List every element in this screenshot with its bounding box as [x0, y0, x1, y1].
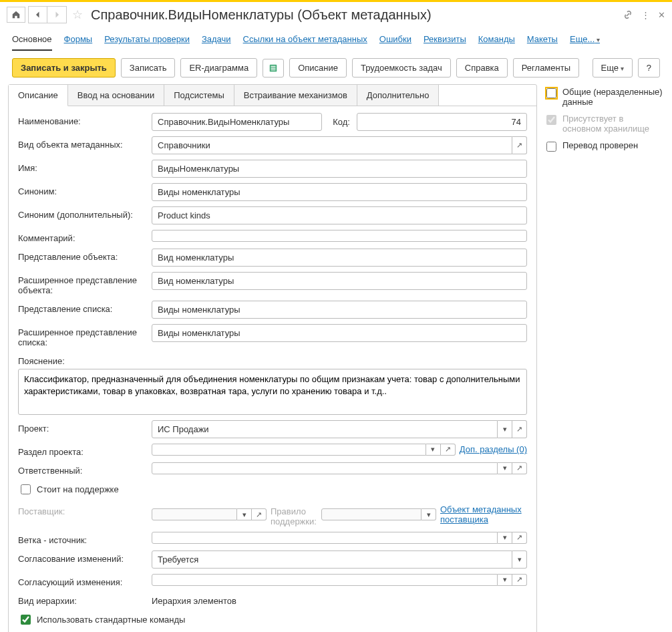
arrow-right-icon — [53, 11, 61, 19]
label-synonym-add: Синоним (дополнительный): — [18, 206, 145, 220]
er-diagram-button[interactable]: ER-диаграмма — [180, 58, 257, 77]
label-in-main-storage: Присутствует в основном хранилище — [562, 114, 664, 134]
tab-more[interactable]: Еще... — [570, 34, 600, 51]
tab-commands[interactable]: Команды — [478, 34, 515, 51]
favorite-icon[interactable]: ☆ — [69, 7, 86, 22]
input-project[interactable]: ИС Продажи — [152, 420, 498, 438]
inner-tab-mechanisms[interactable]: Встраивание механизмов — [234, 85, 357, 106]
label-change-approver: Согласующий изменения: — [18, 574, 145, 587]
open-icon[interactable]: ↗ — [441, 444, 456, 456]
input-support-rule — [321, 508, 422, 520]
description-button[interactable]: Описание — [289, 58, 347, 77]
tab-tasks[interactable]: Задачи — [202, 34, 231, 51]
tab-layouts[interactable]: Макеты — [527, 34, 558, 51]
chevron-down-icon[interactable]: ▾ — [498, 532, 512, 544]
chevron-down-icon[interactable]: ▾ — [512, 550, 527, 569]
chevron-down-icon[interactable]: ▾ — [426, 444, 441, 456]
tab-check-results[interactable]: Результаты проверки — [104, 34, 190, 51]
label-obj-repr-ext: Расширенное представление объекта: — [18, 272, 145, 295]
label-project-section: Раздел проекта: — [18, 444, 145, 457]
regulations-button[interactable]: Регламенты — [513, 58, 579, 77]
input-name-full[interactable]: Справочник.ВидыНоменклатуры — [152, 113, 322, 131]
chevron-down-icon[interactable]: ▾ — [498, 574, 512, 586]
input-explanation[interactable] — [18, 369, 527, 415]
open-icon[interactable]: ↗ — [512, 420, 527, 438]
inner-tabs: Описание Ввод на основании Подсистемы Вс… — [9, 85, 536, 106]
toolbar: Записать и закрыть Записать ER-диаграмма… — [0, 51, 672, 84]
label-use-std-commands: Использовать стандартные команды — [37, 615, 185, 625]
chevron-down-icon: ▾ — [237, 508, 252, 520]
checkbox-translation-checked[interactable] — [546, 142, 556, 152]
inner-tab-additional[interactable]: Дополнительно — [357, 85, 440, 106]
input-list-repr[interactable]: Виды номенклатуры — [152, 301, 527, 319]
list-icon-button[interactable] — [263, 59, 284, 77]
input-comment[interactable] — [152, 230, 527, 242]
open-icon[interactable]: ↗ — [512, 136, 527, 154]
checkbox-on-support[interactable] — [21, 484, 31, 494]
input-change-approval[interactable]: Требуется — [152, 550, 512, 569]
kebab-icon[interactable]: ⋮ — [641, 10, 650, 20]
input-meta-kind[interactable]: Справочники — [152, 136, 512, 154]
arrow-left-icon — [34, 11, 42, 19]
checkbox-shared-data[interactable] — [546, 88, 556, 98]
close-icon[interactable]: ✕ — [658, 10, 665, 20]
link-icon[interactable] — [623, 9, 633, 20]
open-icon: ↗ — [252, 508, 267, 520]
help-button[interactable]: Справка — [456, 58, 508, 77]
nav-tabs: Основное Формы Результаты проверки Задач… — [0, 27, 672, 51]
input-synonym[interactable]: Виды номенклатуры — [152, 183, 527, 201]
label-list-repr: Представление списка: — [18, 301, 145, 314]
input-branch-source[interactable] — [152, 532, 498, 544]
open-icon[interactable]: ↗ — [512, 462, 527, 474]
tab-forms[interactable]: Формы — [64, 34, 93, 51]
save-button[interactable]: Записать — [121, 58, 176, 77]
label-responsible: Ответственный: — [18, 462, 145, 476]
back-button[interactable] — [29, 7, 47, 23]
label-synonym: Синоним: — [18, 183, 145, 196]
save-close-button[interactable]: Записать и закрыть — [12, 58, 116, 77]
input-list-repr-ext[interactable]: Виды номенклатуры — [152, 324, 527, 342]
label-obj-repr: Представление объекта: — [18, 249, 145, 262]
link-add-sections[interactable]: Доп. разделы (0) — [460, 444, 527, 454]
chevron-down-icon[interactable]: ▾ — [498, 462, 512, 474]
open-icon[interactable]: ↗ — [512, 532, 527, 544]
label-change-approval: Согласование изменений: — [18, 550, 145, 564]
input-change-approver[interactable] — [152, 574, 498, 586]
link-supplier-meta[interactable]: Объект метаданных поставщика — [440, 504, 527, 524]
input-name[interactable]: ВидыНоменклатуры — [152, 160, 527, 178]
inner-tab-description[interactable]: Описание — [9, 85, 68, 106]
label-supplier: Поставщик: — [18, 503, 145, 516]
forward-button[interactable] — [47, 7, 66, 23]
input-synonym-add[interactable]: Product kinds — [152, 206, 527, 224]
more-button[interactable]: Еще — [593, 58, 633, 77]
input-supplier — [152, 508, 237, 520]
open-icon[interactable]: ↗ — [512, 574, 527, 586]
question-button[interactable]: ? — [638, 58, 660, 77]
home-button[interactable] — [7, 7, 25, 23]
input-code[interactable]: 74 — [357, 113, 527, 131]
titlebar: ☆ Справочник.ВидыНоменклатуры (Объект ме… — [0, 2, 672, 27]
input-obj-repr[interactable]: Вид номенклатуры — [152, 249, 527, 267]
value-hierarchy-kind: Иерархия элементов — [152, 593, 236, 606]
input-project-section[interactable] — [152, 444, 426, 456]
label-explanation: Пояснение: — [18, 353, 527, 366]
chevron-down-icon: ▾ — [422, 508, 436, 520]
label-on-support: Стоит на поддержке — [37, 484, 119, 494]
label-hierarchy-kind: Вид иерархии: — [18, 593, 145, 606]
checkbox-use-std-commands[interactable] — [21, 615, 31, 625]
tab-main[interactable]: Основное — [12, 34, 52, 51]
label-code: Код: — [326, 114, 353, 130]
sidebar: Общие (неразделенные) данные Присутствуе… — [544, 84, 664, 632]
inner-tab-input-based[interactable]: Ввод на основании — [68, 85, 164, 106]
label-shared-data: Общие (неразделенные) данные — [562, 87, 664, 107]
input-responsible[interactable] — [152, 462, 498, 474]
input-obj-repr-ext[interactable]: Вид номенклатуры — [152, 272, 527, 290]
tab-requisites[interactable]: Реквизиты — [424, 34, 466, 51]
page-title: Справочник.ВидыНоменклатуры (Объект мета… — [91, 7, 620, 23]
tab-errors[interactable]: Ошибки — [379, 34, 411, 51]
chevron-down-icon[interactable]: ▾ — [498, 420, 512, 438]
label-translation-checked: Перевод проверен — [562, 140, 638, 150]
difficulty-button[interactable]: Трудоемкость задач — [352, 58, 451, 77]
inner-tab-subsystems[interactable]: Подсистемы — [164, 85, 234, 106]
tab-meta-links[interactable]: Ссылки на объект метаданных — [243, 34, 367, 51]
